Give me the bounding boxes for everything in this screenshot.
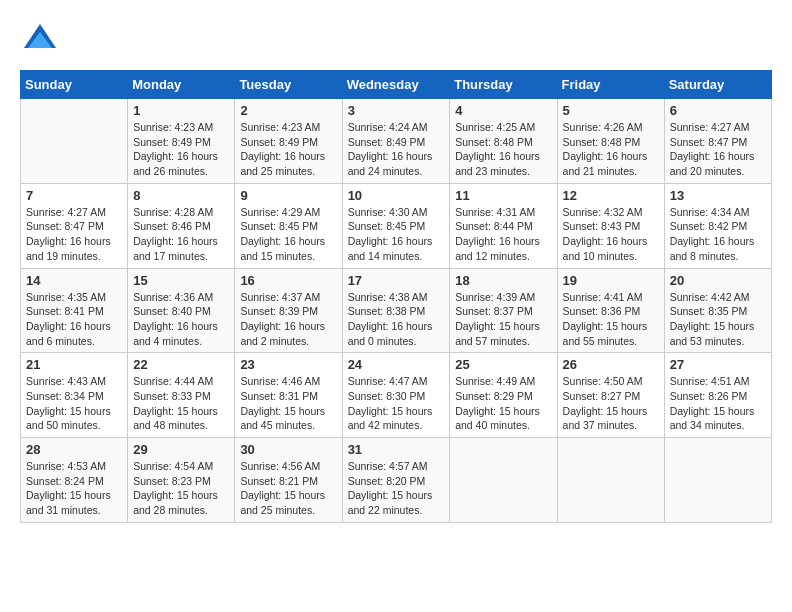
calendar-cell: 9Sunrise: 4:29 AM Sunset: 8:45 PM Daylig… bbox=[235, 183, 342, 268]
day-number: 17 bbox=[348, 273, 445, 288]
calendar-cell: 13Sunrise: 4:34 AM Sunset: 8:42 PM Dayli… bbox=[664, 183, 771, 268]
day-info: Sunrise: 4:24 AM Sunset: 8:49 PM Dayligh… bbox=[348, 120, 445, 179]
day-number: 11 bbox=[455, 188, 551, 203]
calendar-cell: 3Sunrise: 4:24 AM Sunset: 8:49 PM Daylig… bbox=[342, 99, 450, 184]
calendar-cell: 5Sunrise: 4:26 AM Sunset: 8:48 PM Daylig… bbox=[557, 99, 664, 184]
day-info: Sunrise: 4:26 AM Sunset: 8:48 PM Dayligh… bbox=[563, 120, 659, 179]
calendar-week-2: 7Sunrise: 4:27 AM Sunset: 8:47 PM Daylig… bbox=[21, 183, 772, 268]
calendar-cell: 14Sunrise: 4:35 AM Sunset: 8:41 PM Dayli… bbox=[21, 268, 128, 353]
day-number: 27 bbox=[670, 357, 766, 372]
day-header-sunday: Sunday bbox=[21, 71, 128, 99]
day-header-thursday: Thursday bbox=[450, 71, 557, 99]
day-number: 9 bbox=[240, 188, 336, 203]
day-number: 22 bbox=[133, 357, 229, 372]
day-number: 10 bbox=[348, 188, 445, 203]
calendar-cell bbox=[21, 99, 128, 184]
calendar-cell: 4Sunrise: 4:25 AM Sunset: 8:48 PM Daylig… bbox=[450, 99, 557, 184]
day-info: Sunrise: 4:36 AM Sunset: 8:40 PM Dayligh… bbox=[133, 290, 229, 349]
calendar-cell bbox=[664, 438, 771, 523]
day-number: 26 bbox=[563, 357, 659, 372]
logo bbox=[20, 20, 66, 60]
calendar-cell: 24Sunrise: 4:47 AM Sunset: 8:30 PM Dayli… bbox=[342, 353, 450, 438]
day-number: 31 bbox=[348, 442, 445, 457]
day-number: 16 bbox=[240, 273, 336, 288]
day-info: Sunrise: 4:46 AM Sunset: 8:31 PM Dayligh… bbox=[240, 374, 336, 433]
day-header-friday: Friday bbox=[557, 71, 664, 99]
day-number: 6 bbox=[670, 103, 766, 118]
day-number: 18 bbox=[455, 273, 551, 288]
day-info: Sunrise: 4:35 AM Sunset: 8:41 PM Dayligh… bbox=[26, 290, 122, 349]
day-number: 28 bbox=[26, 442, 122, 457]
calendar-cell: 1Sunrise: 4:23 AM Sunset: 8:49 PM Daylig… bbox=[128, 99, 235, 184]
day-number: 14 bbox=[26, 273, 122, 288]
calendar-cell: 28Sunrise: 4:53 AM Sunset: 8:24 PM Dayli… bbox=[21, 438, 128, 523]
day-info: Sunrise: 4:27 AM Sunset: 8:47 PM Dayligh… bbox=[26, 205, 122, 264]
calendar-cell: 8Sunrise: 4:28 AM Sunset: 8:46 PM Daylig… bbox=[128, 183, 235, 268]
day-info: Sunrise: 4:56 AM Sunset: 8:21 PM Dayligh… bbox=[240, 459, 336, 518]
day-number: 15 bbox=[133, 273, 229, 288]
calendar-cell: 21Sunrise: 4:43 AM Sunset: 8:34 PM Dayli… bbox=[21, 353, 128, 438]
day-header-monday: Monday bbox=[128, 71, 235, 99]
day-info: Sunrise: 4:39 AM Sunset: 8:37 PM Dayligh… bbox=[455, 290, 551, 349]
calendar-body: 1Sunrise: 4:23 AM Sunset: 8:49 PM Daylig… bbox=[21, 99, 772, 523]
day-number: 5 bbox=[563, 103, 659, 118]
day-header-saturday: Saturday bbox=[664, 71, 771, 99]
day-info: Sunrise: 4:53 AM Sunset: 8:24 PM Dayligh… bbox=[26, 459, 122, 518]
calendar-cell: 25Sunrise: 4:49 AM Sunset: 8:29 PM Dayli… bbox=[450, 353, 557, 438]
logo-icon bbox=[20, 20, 60, 60]
day-info: Sunrise: 4:30 AM Sunset: 8:45 PM Dayligh… bbox=[348, 205, 445, 264]
day-info: Sunrise: 4:28 AM Sunset: 8:46 PM Dayligh… bbox=[133, 205, 229, 264]
day-info: Sunrise: 4:41 AM Sunset: 8:36 PM Dayligh… bbox=[563, 290, 659, 349]
day-info: Sunrise: 4:32 AM Sunset: 8:43 PM Dayligh… bbox=[563, 205, 659, 264]
day-number: 20 bbox=[670, 273, 766, 288]
calendar-cell: 18Sunrise: 4:39 AM Sunset: 8:37 PM Dayli… bbox=[450, 268, 557, 353]
calendar-cell: 12Sunrise: 4:32 AM Sunset: 8:43 PM Dayli… bbox=[557, 183, 664, 268]
day-info: Sunrise: 4:49 AM Sunset: 8:29 PM Dayligh… bbox=[455, 374, 551, 433]
days-header-row: SundayMondayTuesdayWednesdayThursdayFrid… bbox=[21, 71, 772, 99]
calendar-header: SundayMondayTuesdayWednesdayThursdayFrid… bbox=[21, 71, 772, 99]
calendar-week-5: 28Sunrise: 4:53 AM Sunset: 8:24 PM Dayli… bbox=[21, 438, 772, 523]
calendar-cell: 30Sunrise: 4:56 AM Sunset: 8:21 PM Dayli… bbox=[235, 438, 342, 523]
day-info: Sunrise: 4:47 AM Sunset: 8:30 PM Dayligh… bbox=[348, 374, 445, 433]
calendar-cell: 23Sunrise: 4:46 AM Sunset: 8:31 PM Dayli… bbox=[235, 353, 342, 438]
day-number: 13 bbox=[670, 188, 766, 203]
day-number: 4 bbox=[455, 103, 551, 118]
calendar-table: SundayMondayTuesdayWednesdayThursdayFrid… bbox=[20, 70, 772, 523]
calendar-cell: 20Sunrise: 4:42 AM Sunset: 8:35 PM Dayli… bbox=[664, 268, 771, 353]
calendar-cell: 15Sunrise: 4:36 AM Sunset: 8:40 PM Dayli… bbox=[128, 268, 235, 353]
day-info: Sunrise: 4:57 AM Sunset: 8:20 PM Dayligh… bbox=[348, 459, 445, 518]
day-number: 8 bbox=[133, 188, 229, 203]
day-info: Sunrise: 4:23 AM Sunset: 8:49 PM Dayligh… bbox=[240, 120, 336, 179]
calendar-cell: 31Sunrise: 4:57 AM Sunset: 8:20 PM Dayli… bbox=[342, 438, 450, 523]
calendar-week-3: 14Sunrise: 4:35 AM Sunset: 8:41 PM Dayli… bbox=[21, 268, 772, 353]
day-info: Sunrise: 4:31 AM Sunset: 8:44 PM Dayligh… bbox=[455, 205, 551, 264]
day-info: Sunrise: 4:25 AM Sunset: 8:48 PM Dayligh… bbox=[455, 120, 551, 179]
day-header-wednesday: Wednesday bbox=[342, 71, 450, 99]
day-number: 3 bbox=[348, 103, 445, 118]
day-info: Sunrise: 4:38 AM Sunset: 8:38 PM Dayligh… bbox=[348, 290, 445, 349]
day-number: 23 bbox=[240, 357, 336, 372]
day-number: 12 bbox=[563, 188, 659, 203]
calendar-cell: 11Sunrise: 4:31 AM Sunset: 8:44 PM Dayli… bbox=[450, 183, 557, 268]
day-info: Sunrise: 4:37 AM Sunset: 8:39 PM Dayligh… bbox=[240, 290, 336, 349]
calendar-cell: 7Sunrise: 4:27 AM Sunset: 8:47 PM Daylig… bbox=[21, 183, 128, 268]
day-info: Sunrise: 4:51 AM Sunset: 8:26 PM Dayligh… bbox=[670, 374, 766, 433]
calendar-cell: 17Sunrise: 4:38 AM Sunset: 8:38 PM Dayli… bbox=[342, 268, 450, 353]
calendar-cell: 27Sunrise: 4:51 AM Sunset: 8:26 PM Dayli… bbox=[664, 353, 771, 438]
day-info: Sunrise: 4:54 AM Sunset: 8:23 PM Dayligh… bbox=[133, 459, 229, 518]
day-number: 1 bbox=[133, 103, 229, 118]
calendar-cell: 2Sunrise: 4:23 AM Sunset: 8:49 PM Daylig… bbox=[235, 99, 342, 184]
calendar-cell: 29Sunrise: 4:54 AM Sunset: 8:23 PM Dayli… bbox=[128, 438, 235, 523]
day-info: Sunrise: 4:43 AM Sunset: 8:34 PM Dayligh… bbox=[26, 374, 122, 433]
day-info: Sunrise: 4:50 AM Sunset: 8:27 PM Dayligh… bbox=[563, 374, 659, 433]
day-number: 25 bbox=[455, 357, 551, 372]
calendar-cell: 16Sunrise: 4:37 AM Sunset: 8:39 PM Dayli… bbox=[235, 268, 342, 353]
day-info: Sunrise: 4:44 AM Sunset: 8:33 PM Dayligh… bbox=[133, 374, 229, 433]
day-number: 30 bbox=[240, 442, 336, 457]
calendar-cell: 22Sunrise: 4:44 AM Sunset: 8:33 PM Dayli… bbox=[128, 353, 235, 438]
calendar-cell: 26Sunrise: 4:50 AM Sunset: 8:27 PM Dayli… bbox=[557, 353, 664, 438]
page-header bbox=[20, 20, 772, 60]
day-info: Sunrise: 4:23 AM Sunset: 8:49 PM Dayligh… bbox=[133, 120, 229, 179]
calendar-cell: 19Sunrise: 4:41 AM Sunset: 8:36 PM Dayli… bbox=[557, 268, 664, 353]
day-number: 7 bbox=[26, 188, 122, 203]
